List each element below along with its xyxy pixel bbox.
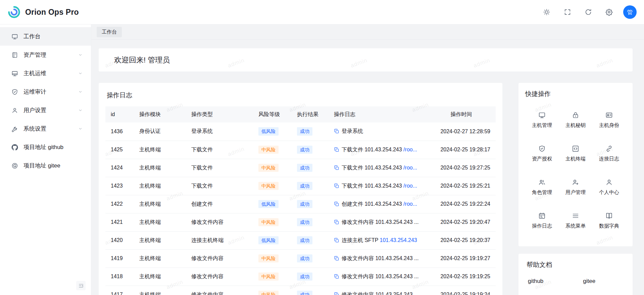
app-logo: Orion Ops Pro [7,5,79,19]
copy-icon[interactable] [334,274,339,279]
chevron-down-icon [78,108,83,113]
help-link-github[interactable]: github [528,278,543,285]
menu-icon [572,212,579,219]
log-row: 1418主机终端修改文件内容中风险成功修改文件内容 101.43.254.243… [105,267,496,286]
log-link[interactable]: /roo... [403,165,417,170]
copy-icon[interactable] [334,238,339,243]
column-header-type: 操作类型 [186,106,253,122]
cell-risk: 中风险 [253,267,292,286]
cell-result: 成功 [292,267,329,286]
sidebar-item-ops-audit[interactable]: 运维审计 [0,83,91,101]
shield-icon [538,145,546,152]
cell-time: 2024-02-27 12:28:59 [427,122,496,141]
sidebar-item-label: 工作台 [23,33,83,40]
copy-icon[interactable] [334,201,339,207]
sidebar-item-host-ops[interactable]: 主机运维 [0,64,91,83]
quick-action-profile[interactable]: 个人中心 [592,170,626,204]
cell-log: 修改文件内容 101.43.254.243 ... [329,267,427,286]
result-tag: 成功 [297,200,312,208]
column-header-log: 操作日志 [329,106,427,122]
help-link-gitee[interactable]: gitee [583,278,595,285]
fullscreen-button[interactable] [561,5,574,19]
quick-action-connect-log[interactable]: 连接日志 [592,137,626,170]
log-link[interactable]: /roo... [403,201,417,207]
quick-action-host-manage[interactable]: 主机管理 [525,103,559,137]
sidebar-item-workbench[interactable]: 工作台 [0,27,91,46]
quick-action-label: 连接日志 [599,156,619,162]
cell-type: 修改文件内容 [186,213,253,231]
cell-id: 1422 [105,195,134,213]
log-link[interactable]: /roo... [403,147,417,152]
idcard-icon [605,111,613,119]
gitee-icon [11,162,18,169]
tab-workbench[interactable]: 工作台 [97,27,122,37]
sidebar-item-github[interactable]: 项目地址 github [0,138,91,156]
settings-button[interactable] [602,5,616,19]
theme-toggle-button[interactable] [540,5,553,19]
risk-tag: 中风险 [258,182,279,190]
quick-action-host-identity[interactable]: 主机身份 [592,103,626,137]
cell-id: 1436 [105,122,134,141]
copy-icon[interactable] [334,165,339,170]
quick-action-operation-log[interactable]: 操作日志 [525,204,559,237]
cell-result: 成功 [292,195,329,213]
lock-icon [572,111,579,119]
risk-tag: 低风险 [258,200,279,208]
cell-time: 2024-02-25 19:20:47 [427,213,496,231]
cell-risk: 中风险 [253,177,292,195]
cell-log: 下载文件 101.43.254.243 /roo... [329,159,427,177]
sidebar-item-label: 项目地址 gitee [23,162,83,169]
help-docs-card: 帮助文档 githubgitee [518,254,633,295]
quick-action-host-terminal[interactable]: 主机终端 [559,137,592,170]
copy-icon[interactable] [334,183,339,189]
welcome-message: 欢迎回来! 管理员 [114,55,170,65]
app-header: Orion Ops Pro 管 [0,0,644,24]
log-text: 修改文件内容 101.43.254.243 ... [342,255,418,261]
log-row: 1423主机终端下载文件中风险成功下载文件 101.43.254.243 /ro… [105,177,496,195]
cell-id: 1419 [105,249,134,267]
wrench-icon [11,126,18,132]
column-header-module: 操作模块 [134,106,186,122]
sidebar-item-user-settings[interactable]: 用户设置 [0,101,91,119]
operation-log-title: 操作日志 [107,91,496,100]
sidebar-item-label: 系统设置 [23,125,72,133]
quick-action-label: 用户管理 [565,189,586,196]
copy-icon[interactable] [334,292,339,295]
risk-tag: 中风险 [258,254,279,263]
quick-action-label: 主机身份 [599,122,619,129]
refresh-icon [585,8,592,16]
cell-risk: 中风险 [253,159,292,177]
cell-risk: 低风险 [253,195,292,213]
sidebar-item-gitee[interactable]: 项目地址 gitee [0,156,91,175]
quick-action-system-menu[interactable]: 系统菜单 [559,204,592,237]
user-avatar[interactable]: 管 [623,5,637,19]
quick-action-data-dict[interactable]: 数据字典 [592,204,626,237]
result-tag: 成功 [297,254,312,263]
quick-action-label: 角色管理 [532,189,552,196]
cell-id: 1424 [105,159,134,177]
app-logo-icon [7,5,21,19]
quick-action-asset-grant[interactable]: 资产授权 [525,137,559,170]
copy-icon[interactable] [334,147,339,152]
cell-module: 主机终端 [134,249,186,267]
cell-result: 成功 [292,249,329,267]
risk-tag: 中风险 [258,218,279,227]
quick-action-user-manage[interactable]: 用户管理 [559,170,592,204]
copy-icon[interactable] [334,129,339,134]
sidebar-item-system-settings[interactable]: 系统设置 [0,119,91,138]
quick-action-role-manage[interactable]: 角色管理 [525,170,559,204]
cell-log: 修改文件内容 101.43.254.243 ... [329,286,427,295]
quick-action-label: 个人中心 [599,189,619,196]
sidebar-collapse-button[interactable] [76,281,86,290]
log-text: 修改文件内容 101.43.254.243 ... [342,219,418,225]
refresh-button[interactable] [582,5,595,19]
log-link[interactable]: 101.43.254.243 [380,237,417,243]
result-tag: 成功 [297,127,312,136]
copy-icon[interactable] [334,256,339,261]
sidebar-item-asset-management[interactable]: 资产管理 [0,46,91,64]
quick-action-host-keys[interactable]: 主机秘钥 [559,103,592,137]
column-header-id: id [105,106,134,122]
copy-icon[interactable] [334,219,339,225]
column-header-time: 操作时间 [427,106,496,122]
log-link[interactable]: /roo... [403,183,417,189]
